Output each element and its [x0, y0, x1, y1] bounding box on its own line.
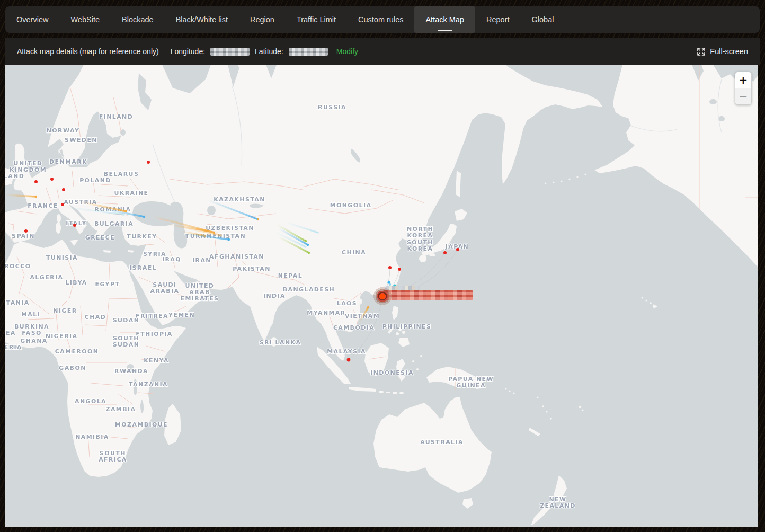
map-country-label: GREECE: [85, 234, 115, 241]
attack-trail-head: [207, 230, 209, 232]
attack-source-dot: [62, 188, 65, 191]
map-country-label: ELAND: [5, 173, 24, 180]
tab-global[interactable]: Global: [521, 6, 565, 33]
zoom-in-button[interactable]: +: [735, 72, 751, 88]
map-country-label: ZAMBIA: [106, 406, 136, 413]
map-country-label: MYANMAR: [307, 309, 345, 316]
map-country-label: ISRAEL: [129, 264, 157, 271]
attack-trail-head: [35, 196, 37, 198]
map-country-label: NIGERIA: [46, 333, 78, 340]
map-country-label: SUDAN: [113, 317, 140, 324]
attack-source-dot: [50, 178, 54, 181]
attack-trail-head: [305, 240, 307, 242]
fullscreen-button[interactable]: Full-screen: [697, 47, 748, 56]
tab-overview[interactable]: Overview: [5, 6, 59, 33]
map-country-label: ALGERIA: [30, 274, 64, 281]
map-country-label: NEPAL: [278, 272, 303, 279]
map-country-label: RITANIA: [5, 299, 30, 306]
attack-source-dot: [388, 266, 392, 269]
attack-trail-head: [125, 210, 127, 212]
map-country-label: NORWAY: [47, 127, 80, 134]
map-country-label: GABON: [59, 365, 86, 371]
attack-source-dot: [456, 248, 459, 251]
map-country-label: MALAYSIA: [327, 348, 366, 355]
map-country-label: UKRAINE: [114, 190, 148, 197]
map-country-label: SOUTHAFRICA: [99, 450, 127, 463]
attack-map-toolbar: Attack map details (map for reference on…: [5, 38, 760, 65]
tab-website[interactable]: WebSite: [59, 6, 111, 33]
attack-trail-head: [257, 218, 259, 220]
attack-source-dot: [24, 229, 28, 233]
map-country-label: IRAQ: [162, 256, 181, 263]
tab-black-white-list[interactable]: Black/White list: [165, 6, 239, 33]
attack-map-title: Attack map details (map for reference on…: [17, 47, 159, 56]
attack-target-marker[interactable]: [372, 286, 393, 306]
map-country-label: GHANA: [20, 338, 47, 344]
map-country-label: CHAD: [85, 314, 106, 321]
map-country-label: INDONESIA: [370, 369, 414, 376]
map-country-label: NORTHKOREA: [407, 226, 433, 239]
map-country-label: SAUDIARABIA: [150, 281, 180, 295]
map-country-label: SOUTHSUDAN: [113, 335, 140, 348]
map-country-label: KAZAKHSTAN: [214, 196, 265, 203]
map-country-label: TURKEY: [127, 233, 157, 240]
map-country-label: DENMARK: [49, 158, 87, 165]
map-country-label: NAMIBIA: [75, 433, 109, 440]
attack-source-dot: [34, 180, 38, 183]
tab-custom-rules[interactable]: Custom rules: [347, 6, 414, 33]
tab-blockade[interactable]: Blockade: [111, 6, 165, 33]
map-country-label: BULGARIA: [94, 220, 134, 227]
attack-source-dot: [73, 224, 76, 227]
tab-report[interactable]: Report: [475, 6, 521, 33]
map-country-label: POLAND: [79, 177, 111, 184]
longitude-label: Longitude:: [171, 47, 205, 56]
modify-link[interactable]: Modify: [336, 47, 358, 56]
attack-trail-head: [143, 216, 145, 218]
map-country-label: ETHIOPIA: [136, 331, 173, 338]
attack-source-dot: [398, 268, 401, 271]
map-country-label: CHINA: [342, 249, 366, 256]
attack-source-dot: [147, 161, 150, 164]
tab-attack-map[interactable]: Attack Map: [414, 6, 475, 33]
map-country-label: FRANCE: [28, 202, 58, 209]
map-country-label: SOUTHKOREA: [407, 239, 433, 252]
map-country-label: BANGLADESH: [283, 286, 335, 293]
map-country-label: PHILIPPINES: [382, 323, 432, 330]
map-country-label: AUSTRALIA: [420, 439, 464, 446]
map-zoom-control: + −: [735, 72, 752, 105]
map-country-label: PAKISTAN: [233, 265, 271, 272]
map-country-label: YEMEN: [168, 312, 195, 318]
map-country-label: TUNISIA: [46, 254, 78, 261]
map-country-label: ITALY: [66, 220, 87, 227]
map-country-label: OROCCO: [5, 263, 31, 270]
map-country-label: INDIA: [263, 292, 286, 299]
zoom-out-button[interactable]: −: [735, 88, 751, 104]
map-country-label: MONGOLIA: [330, 202, 372, 209]
attack-trail-head: [307, 244, 309, 246]
attack-map-canvas[interactable]: RUSSIAFINLANDNORWAYSWEDENDENMARKUNITEDKI…: [5, 65, 758, 527]
attack-trail-head: [308, 252, 310, 254]
fullscreen-label: Full-screen: [710, 47, 748, 56]
tab-traffic-limit[interactable]: Traffic Limit: [286, 6, 347, 33]
map-country-label: RWANDA: [114, 368, 148, 375]
map-country-label: BERIA: [5, 344, 22, 351]
attack-trail-head: [367, 306, 369, 308]
map-country-label: LAOS: [337, 300, 357, 307]
redacted-target-label: [383, 290, 473, 300]
map-country-label: AFGHANISTAN: [209, 253, 264, 260]
map-country-label: SRI LANKA: [260, 339, 301, 346]
map-country-label: IRAN: [192, 257, 211, 264]
map-country-label: UNITEDKINGDOM: [10, 160, 47, 173]
map-country-label: SPAIN: [12, 233, 35, 240]
tab-region[interactable]: Region: [239, 6, 286, 33]
map-country-label: UZBEKISTAN: [206, 225, 254, 232]
map-country-label: CAMEROON: [55, 348, 99, 355]
map-country-label: FINLAND: [99, 113, 133, 120]
map-country-label: MOZAMBIQUE: [115, 421, 168, 428]
longitude-value-redacted: [210, 48, 250, 56]
map-country-label: CAMBODIA: [333, 324, 375, 331]
latitude-value-redacted: [289, 48, 328, 56]
attack-source-dot: [61, 203, 64, 206]
map-country-label: TANZANIA: [129, 381, 168, 388]
map-country-label: ANGOLA: [75, 398, 106, 405]
